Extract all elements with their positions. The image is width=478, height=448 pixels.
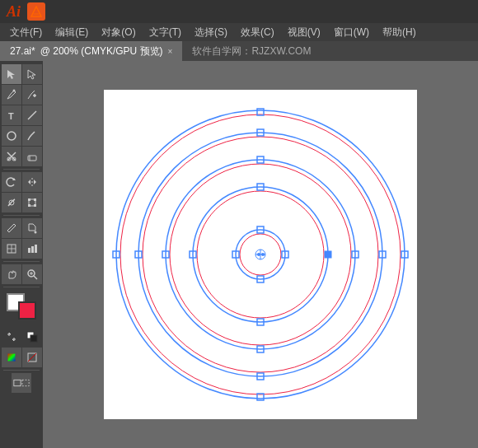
- add-anchor-tool[interactable]: [22, 85, 42, 105]
- color-mode[interactable]: [2, 348, 21, 367]
- tab-info: @ 200% (CMYK/GPU 预览): [40, 44, 163, 58]
- tool-row-1: [0, 64, 43, 84]
- tool-row-4: [0, 126, 43, 146]
- swap-colors[interactable]: [2, 327, 21, 347]
- tool-row-color: [0, 327, 43, 347]
- reflect-tool[interactable]: [22, 172, 42, 192]
- title-bar: Ai: [0, 0, 478, 23]
- menu-object[interactable]: 对象(O): [95, 24, 142, 41]
- tool-row-10: [0, 264, 43, 284]
- none-mode[interactable]: [22, 348, 42, 367]
- svg-marker-0: [31, 7, 41, 16]
- menu-bar: 文件(F) 编辑(E) 对象(O) 文字(T) 选择(S) 效果(C) 视图(V…: [0, 23, 478, 41]
- draw-mode[interactable]: [12, 373, 31, 393]
- color-swatches: [3, 293, 40, 326]
- tab-label: 27.ai*: [10, 45, 35, 57]
- hand-tool[interactable]: [2, 264, 21, 284]
- menu-edit[interactable]: 编辑(E): [49, 24, 95, 41]
- svg-rect-22: [28, 198, 30, 201]
- toolbar-sep-5: [3, 370, 40, 371]
- free-transform-tool[interactable]: [22, 193, 42, 212]
- app-logo: Ai: [7, 3, 21, 21]
- reset-colors[interactable]: [22, 327, 42, 347]
- tool-row-3: T: [0, 105, 43, 125]
- menu-select[interactable]: 选择(S): [188, 24, 234, 41]
- svg-marker-2: [7, 70, 15, 79]
- artboard: [104, 90, 417, 419]
- menu-view[interactable]: 视图(V): [281, 24, 327, 41]
- tab-close-button[interactable]: ×: [168, 47, 173, 56]
- tool-row-8: [0, 218, 43, 238]
- tool-row-mode: [0, 348, 43, 367]
- tool-row-7: [0, 193, 43, 212]
- svg-rect-30: [28, 248, 30, 253]
- menu-effect[interactable]: 效果(C): [234, 24, 281, 41]
- svg-marker-19: [34, 180, 36, 184]
- svg-line-34: [34, 276, 37, 279]
- pen-tool[interactable]: [2, 85, 21, 105]
- svg-rect-31: [31, 246, 34, 253]
- svg-line-8: [28, 111, 36, 119]
- main-layout: T: [0, 61, 478, 448]
- svg-rect-38: [30, 335, 37, 342]
- tab-bar: 27.ai* @ 200% (CMYK/GPU 预览) × 软件自学网：RJZX…: [0, 41, 478, 61]
- paint-bucket-tool[interactable]: [22, 218, 42, 238]
- svg-rect-25: [34, 204, 36, 207]
- svg-marker-3: [28, 70, 35, 79]
- toolbar-sep-4: [3, 287, 40, 287]
- tab-right-info: 软件自学网：RJZXW.COM: [182, 42, 321, 61]
- svg-rect-32: [35, 245, 37, 253]
- canvas-area[interactable]: [43, 61, 478, 448]
- graph-tool[interactable]: [22, 239, 42, 259]
- svg-text:T: T: [8, 111, 14, 121]
- rotate-tool[interactable]: [2, 172, 21, 192]
- menu-help[interactable]: 帮助(H): [376, 24, 423, 41]
- svg-marker-18: [28, 180, 30, 184]
- pencil-tool[interactable]: [22, 126, 42, 146]
- svg-point-78: [261, 253, 265, 256]
- tool-row-5: [0, 147, 43, 166]
- svg-point-4: [12, 90, 15, 92]
- svg-point-77: [257, 253, 260, 256]
- menu-text[interactable]: 文字(T): [143, 24, 188, 41]
- active-tab[interactable]: 27.ai* @ 200% (CMYK/GPU 预览) ×: [0, 41, 182, 61]
- stroke-swatch[interactable]: [18, 301, 36, 320]
- scissors-tool[interactable]: [2, 147, 21, 166]
- tool-row-9: [0, 239, 43, 259]
- svg-rect-67: [325, 251, 331, 258]
- toolbar-sep-3: [3, 261, 40, 262]
- svg-rect-43: [22, 380, 29, 385]
- svg-point-26: [34, 231, 36, 234]
- warp-tool[interactable]: [2, 193, 21, 212]
- ellipse-tool[interactable]: [2, 126, 21, 146]
- svg-rect-24: [28, 204, 30, 207]
- menu-file[interactable]: 文件(F): [3, 24, 49, 41]
- selection-tool[interactable]: [2, 64, 21, 84]
- svg-rect-42: [14, 380, 21, 385]
- svg-point-9: [7, 132, 16, 140]
- svg-rect-39: [7, 353, 16, 362]
- type-tool[interactable]: T: [2, 105, 21, 125]
- tool-row-2: [0, 85, 43, 105]
- circles-canvas: [104, 90, 417, 419]
- mesh-tool[interactable]: [2, 239, 21, 259]
- line-tool[interactable]: [22, 105, 42, 125]
- toolbar-sep-2: [3, 215, 40, 216]
- toolbar: T: [0, 61, 43, 448]
- direct-selection-tool[interactable]: [22, 64, 42, 84]
- svg-rect-23: [34, 198, 36, 201]
- tool-row-6: [0, 172, 43, 192]
- menu-window[interactable]: 窗口(W): [327, 24, 376, 41]
- app-icon: [27, 2, 45, 21]
- tool-row-screen: [0, 373, 43, 393]
- toolbar-sep-1: [3, 169, 40, 170]
- svg-line-41: [28, 353, 36, 362]
- zoom-tool[interactable]: [22, 264, 42, 284]
- eyedropper-tool[interactable]: [2, 218, 21, 238]
- eraser-tool[interactable]: [22, 147, 42, 166]
